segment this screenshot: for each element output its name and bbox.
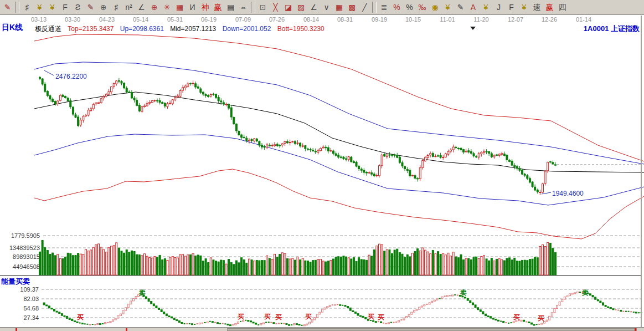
- buy-marker: 买: [264, 312, 271, 322]
- sell-marker: 卖: [582, 288, 589, 298]
- sell-marker: 卖: [460, 288, 467, 298]
- oscillator-axis-label: 54.68: [0, 305, 39, 312]
- chart-canvas[interactable]: [0, 0, 644, 331]
- buy-marker: 买: [305, 312, 312, 322]
- scrollbar-thumb[interactable]: [227, 328, 637, 331]
- buy-marker: 买: [238, 312, 244, 322]
- price-axis-bottom-label: 1779.5905: [1, 232, 40, 239]
- low-annotation: 1949.4600: [552, 190, 584, 197]
- buy-marker: 买: [538, 314, 544, 323]
- buy-marker: 买: [513, 313, 520, 322]
- app-window: ✎♯¥¥FƧ✎⊕♯n²∠⊕✳▦И神赢▤⇔⊡╳◪▨∠∨▦▩╱≣%%‰◉¥✎A¥JF…: [0, 0, 644, 331]
- scrollbar-marker: [635, 328, 636, 331]
- volume-axis-label: 44946508: [1, 263, 40, 270]
- scrollbar-marker: [16, 328, 17, 331]
- sell-marker: 卖: [139, 288, 146, 298]
- buy-marker: 买: [378, 313, 384, 322]
- oscillator-axis-label: 109.37: [0, 286, 39, 293]
- volume-axis-label: 134839523: [1, 245, 40, 251]
- high-annotation: 2476.2200: [55, 73, 87, 80]
- volume-axis-label: 89893015: [1, 253, 40, 260]
- oscillator-panel-label[interactable]: 能量买卖: [1, 277, 30, 287]
- oscillator-axis-label: 27.34: [0, 314, 39, 321]
- horizontal-scrollbar[interactable]: [0, 327, 644, 331]
- buy-marker: 买: [77, 313, 84, 322]
- scrollbar-marker: [126, 328, 127, 331]
- buy-marker: 买: [368, 312, 374, 322]
- oscillator-axis-label: 82.03: [0, 296, 39, 302]
- right-border: [641, 16, 642, 327]
- buy-marker: 买: [275, 313, 282, 322]
